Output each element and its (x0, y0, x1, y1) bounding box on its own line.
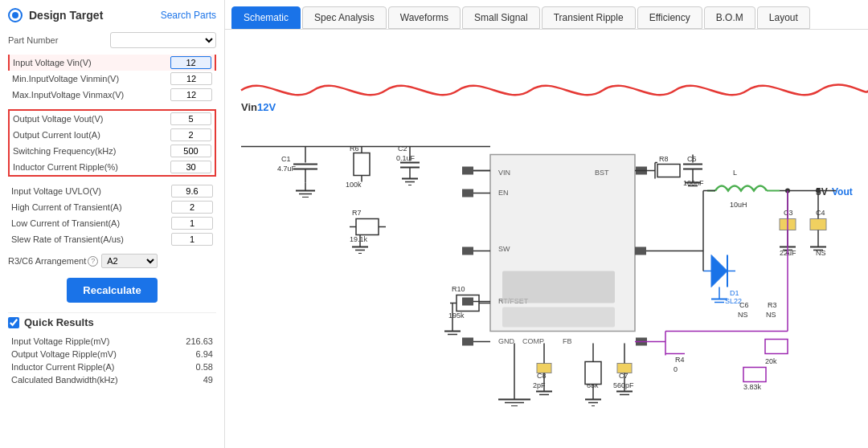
result-value: 49 (169, 373, 216, 386)
ic-pin-bst: BST (595, 169, 609, 177)
param-input[interactable] (171, 185, 213, 198)
result-label: Calculated Bandwidth(kHz) (8, 373, 169, 386)
design-target-title: Design Target (29, 9, 103, 22)
r7-value: 19.1k (350, 235, 368, 243)
part-number-select[interactable] (110, 32, 217, 48)
tab-schematic[interactable]: Schematic (231, 6, 301, 29)
param-value-cell (168, 183, 216, 199)
r4-label: R4 (675, 356, 685, 364)
tab-spec-analysis[interactable]: Spec Analysis (302, 6, 387, 29)
table-row: Input Voltage Ripple(mV) 216.63 (8, 335, 216, 348)
ic-pin-vin: VIN (498, 169, 510, 177)
right-panel: Schematic Spec Analysis Waveforms Small … (225, 0, 868, 448)
d1-body (711, 255, 727, 287)
param-table: Input Voltage Vin(V) Min.InputVoltage Vi… (8, 55, 216, 103)
ic-pin-en: EN (498, 189, 509, 197)
table-row: Switching Frequency(kHz) (9, 143, 215, 159)
table-row: Output Voltage Vout(V) (9, 110, 215, 127)
param-input[interactable] (170, 88, 212, 101)
tab-efficiency[interactable]: Efficiency (637, 6, 702, 29)
c7-value: 560pF (613, 381, 634, 389)
arrangement-row: R3/C6 Arrangement ? A2 A1 B1 B2 (8, 254, 216, 268)
r1-value: 20k (765, 357, 777, 365)
connector-4 (462, 298, 473, 306)
table-row: Input Voltage UVLO(V) (8, 183, 216, 199)
param-label: Output Voltage Vout(V) (9, 110, 167, 127)
r2-value: 3.83k (743, 383, 762, 391)
tab-bom[interactable]: B.O.M (704, 6, 755, 29)
tab-small-signal[interactable]: Small Signal (462, 6, 540, 29)
inductor-coil (715, 186, 767, 191)
c4-body (810, 219, 826, 230)
r3-value: NS (766, 311, 776, 319)
param-value-cell (168, 199, 216, 215)
param-value-cell (168, 215, 216, 231)
c2-value: 0.1uF (396, 154, 416, 162)
part-number-label: Part Number (8, 35, 107, 45)
ic-pin-sw: SW (498, 245, 510, 253)
results-table: Input Voltage Ripple(mV) 216.63 Output V… (8, 335, 216, 386)
param-input[interactable] (170, 145, 211, 157)
search-parts-link[interactable]: Search Parts (161, 10, 216, 21)
param-value-cell (167, 87, 215, 103)
table-row: Output Voltage Ripple(mV) 6.94 (8, 348, 216, 360)
c4-label: C4 (816, 209, 825, 217)
vout-node-2 (816, 189, 821, 193)
tab-transient-ripple[interactable]: Transient Ripple (542, 6, 636, 29)
param-value-cell (167, 143, 215, 159)
design-target-header: Design Target Search Parts (8, 8, 216, 22)
table-row: Min.InputVoltage Vinmin(V) (9, 71, 215, 87)
quick-results-title: Quick Results (24, 316, 94, 328)
tab-layout[interactable]: Layout (757, 6, 810, 29)
param-input[interactable] (170, 112, 211, 125)
c1-value: 4.7uF (277, 165, 297, 173)
vin-label: Vin (241, 101, 257, 113)
tab-waveforms[interactable]: Waveforms (388, 6, 461, 29)
c6-value: NS (738, 311, 748, 319)
param-input[interactable] (170, 128, 211, 141)
vin-value: 12V (257, 101, 276, 113)
quick-results-checkbox[interactable] (8, 317, 19, 328)
result-label: Output Voltage Ripple(mV) (8, 348, 169, 360)
r1-body (765, 340, 788, 354)
table-row: Slew Rate of Transient(A/us) (8, 231, 216, 247)
r2-body (743, 368, 766, 382)
param-label: Output Current Iout(A) (9, 127, 167, 143)
param-input[interactable] (170, 56, 211, 69)
help-icon[interactable]: ? (88, 256, 98, 267)
param-value-cell (167, 110, 215, 127)
param-value-cell (168, 231, 216, 247)
c2-label: C2 (398, 145, 407, 153)
left-panel: Design Target Search Parts Part Number I… (0, 0, 225, 448)
schematic-svg: Vin 12V 5V Vout VIN EN SW RT/FSET GND CO… (225, 30, 868, 448)
c7-body (617, 364, 632, 373)
param-input[interactable] (171, 217, 213, 230)
sw-connector (635, 247, 646, 255)
param-value-cell (167, 127, 215, 143)
table-row: Max.InputVoltage Vinmax(V) (9, 87, 215, 103)
c6-label: C6 (739, 301, 749, 309)
r6-label: R6 (350, 145, 359, 153)
param-input[interactable] (170, 72, 212, 85)
l-label: L (733, 169, 737, 177)
r4-value: 0 (674, 365, 678, 373)
param-input[interactable] (171, 233, 213, 246)
param-input[interactable] (171, 201, 213, 214)
recalculate-button[interactable]: Recalculate (67, 278, 157, 303)
connector-5 (462, 338, 473, 346)
table-row: Inductor Current Ripple(%) (9, 159, 215, 176)
arrangement-select[interactable]: A2 A1 B1 B2 (101, 254, 158, 268)
param-input[interactable] (170, 161, 211, 173)
connector-1 (462, 167, 473, 175)
table-row: Output Current Iout(A) (9, 127, 215, 143)
r3-label: R3 (768, 301, 777, 309)
result-value: 0.58 (169, 360, 216, 373)
ic-pin-comp: COMP (522, 337, 544, 345)
result-value: 216.63 (169, 335, 216, 348)
tab-bar: Schematic Spec Analysis Waveforms Small … (225, 0, 868, 30)
lower-param-table: Input Voltage UVLO(V) High Current of Tr… (8, 183, 216, 247)
quick-results-header: Quick Results (8, 312, 216, 328)
r8-body (657, 165, 680, 177)
param-label: Low Current of Transient(A) (8, 215, 168, 231)
c8-body (537, 364, 551, 373)
